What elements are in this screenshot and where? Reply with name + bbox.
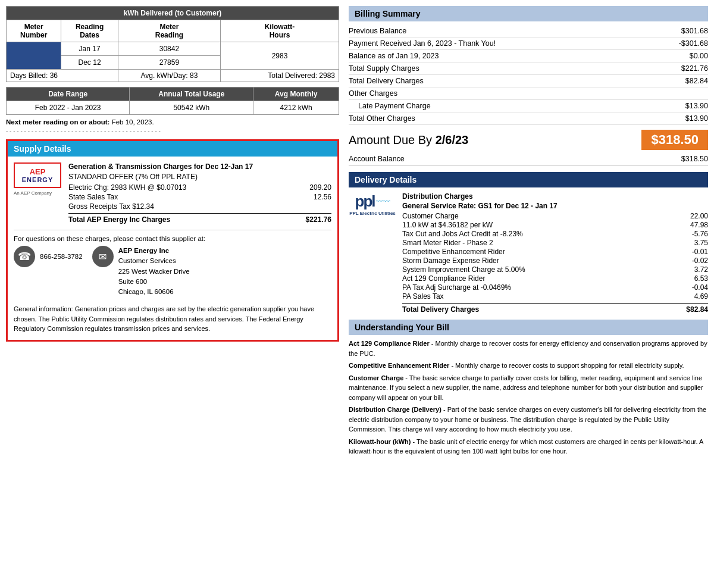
total-other-label: Total Other Charges [349,114,415,123]
aep-logo-text: AEP [30,167,46,176]
mail-icon: ✉ [92,246,114,267]
company-name: AEP Energy Inc [118,246,190,256]
kwh-value: 2983 [221,42,339,70]
customer-charge-label: Customer Charge [402,212,459,220]
competitive-value: -0.01 [692,248,708,256]
system-value: 3.72 [694,265,708,274]
ppl-logo: ppl 〰〰 PPL Electric Utilities [349,192,396,314]
delivery-header: Delivery Details [349,172,708,187]
address2: Suite 600 [118,277,190,287]
supply-header: Supply Details [8,141,337,157]
supply-charges-row: Total Supply Charges $221.76 [349,62,708,75]
annual-avg: 4212 kWh [253,101,339,115]
balance-value: $0.00 [690,52,708,60]
electric-charge-row: Electric Chg: 2983 KWH @ $0.07013 209.20 [68,183,331,192]
storm-row: Storm Damage Expense Rider -0.02 [402,257,708,265]
row2-date: Dec 12 [61,56,118,70]
system-row: System Improvement Charge at 5.00% 3.72 [402,265,708,274]
phone-number: 866-258-3782 [40,253,83,260]
days-billed: Days Billed: 36 [7,70,118,82]
supply-total-label: Total AEP Energy Inc Charges [68,215,170,224]
mail-contact: ✉ AEP Energy Inc Customer Services 225 W… [92,246,190,297]
pa-tax-row: PA Tax Adj Surcharge at -0.0469% -0.04 [402,283,708,292]
total-other-row: Total Other Charges $13.90 [349,112,708,125]
supply-total-value: $221.76 [306,215,331,224]
tax-cut-value: -5.76 [692,230,708,238]
understanding-item-0: Act 129 Compliance Rider - Monthly charg… [349,339,708,358]
general-info: General information: Generation prices a… [14,304,331,334]
understanding-term-1: Competitive Enhancement Rider [349,362,449,369]
cut-line: - - - - - - - - - - - - - - - - - - - - … [6,128,339,135]
electric-charge-label: Electric Chg: 2983 KWH @ $0.07013 [68,183,186,192]
supply-total-row: Total AEP Energy Inc Charges $221.76 [68,213,331,224]
supply-charges-label: Total Supply Charges [349,64,419,73]
amount-due-value: $318.50 [641,130,708,150]
annual-total: 50542 kWh [130,101,253,115]
ppl-waves-icon: 〰〰 [376,198,390,206]
customer-charge-row: Customer Charge 22.00 [402,212,708,220]
meter-number-cell [7,42,61,70]
supply-charges-value: $221.76 [681,64,708,73]
charge-title: Generation & Transmission Charges for De… [68,162,331,171]
row1-date: Jan 17 [61,42,118,56]
late-payment-label: Late Payment Charge [358,102,431,110]
phone-contact: ☎ 866-258-3782 [14,246,83,267]
understanding-header: Understanding Your Bill [349,320,708,335]
gross-receipts: Gross Receipts Tax $12.34 [68,202,331,211]
next-reading: Next meter reading on or about: Feb 10, … [6,118,339,126]
delivery-charges-row: Total Delivery Charges $82.84 [349,75,708,87]
state-sales-tax-row: State Sales Tax 12.56 [68,193,331,201]
pa-tax-value: -0.04 [692,283,708,292]
standard-offer: STANDARD OFFER (7% Off PPL RATE) [68,173,331,181]
contact-intro: For questions on these charges, please c… [14,235,331,242]
kwh-delivered-table: kWh Delivered (to Customer) MeterNumber … [6,6,339,82]
system-label: System Improvement Charge at 5.00% [402,265,525,274]
delivery-charges-label: Total Delivery Charges [349,77,424,85]
delivery-content: ppl 〰〰 PPL Electric Utilities Distributi… [349,192,708,314]
competitive-label: Competitive Enhancement Rider [402,248,505,256]
kw-row: 11.0 kW at $4.36182 per kW 47.98 [402,221,708,229]
supply-details-box: Supply Details AEP ENERGY An AEP Company… [6,139,339,342]
annual-col1: Date Range [7,87,130,101]
state-sales-tax-label: State Sales Tax [68,193,118,201]
aep-logo-box: AEP ENERGY [14,162,61,188]
smart-meter-value: 3.75 [694,239,708,247]
other-charges-label: Other Charges [349,89,397,98]
kwh-main-header: kWh Delivered (to Customer) [7,7,339,20]
annual-col2: Annual Total Usage [130,87,253,101]
understanding-term-3: Distribution Charge (Delivery) [349,406,441,413]
delivery-total-label: Total Delivery Charges [402,305,479,314]
understanding-item-3: Distribution Charge (Delivery) - Part of… [349,405,708,434]
account-balance-label: Account Balance [349,155,405,163]
col-reading-dates: ReadingDates [61,20,118,42]
pa-tax-label: PA Tax Adj Surcharge at -0.0469% [402,283,511,292]
late-payment-row: Late Payment Charge $13.90 [349,100,708,112]
act129-label: Act 129 Compliance Rider [402,274,485,283]
state-sales-tax-value: 12.56 [314,193,331,201]
account-balance-value: $318.50 [681,155,708,163]
aep-logo: AEP ENERGY An AEP Company [14,162,61,224]
act129-value: 6.53 [694,274,708,283]
amount-due-row: Amount Due By 2/6/23 $318.50 [349,130,708,150]
storm-label: Storm Damage Expense Rider [402,257,499,265]
payment-label: Payment Received Jan 6, 2023 - Thank You… [349,39,496,48]
previous-balance-label: Previous Balance [349,27,406,35]
col-meter-reading: MeterReading [118,20,220,42]
competitive-row: Competitive Enhancement Rider -0.01 [402,248,708,256]
annual-date-range: Feb 2022 - Jan 2023 [7,101,130,115]
row2-reading: 27859 [118,56,220,70]
total-other-value: $13.90 [685,114,708,123]
understanding-term-4: Kilowatt-hour (kWh) [349,438,411,445]
payment-value: -$301.68 [679,39,708,48]
understanding-term-0: Act 129 Compliance Rider [349,340,430,347]
aep-energy-text: ENERGY [22,176,53,183]
late-payment-value: $13.90 [685,102,708,110]
storm-value: -0.02 [692,257,708,265]
contact-section: For questions on these charges, please c… [14,230,331,297]
customer-charge-value: 22.00 [690,212,708,220]
other-charges-row: Other Charges [349,87,708,100]
delivery-total-value: $82.84 [686,305,708,314]
understanding-item-2: Customer Charge - The basic service char… [349,373,708,403]
address-block: AEP Energy Inc Customer Services 225 Wes… [118,246,190,297]
kw-label: 11.0 kW at $4.36182 per kW [402,221,493,229]
